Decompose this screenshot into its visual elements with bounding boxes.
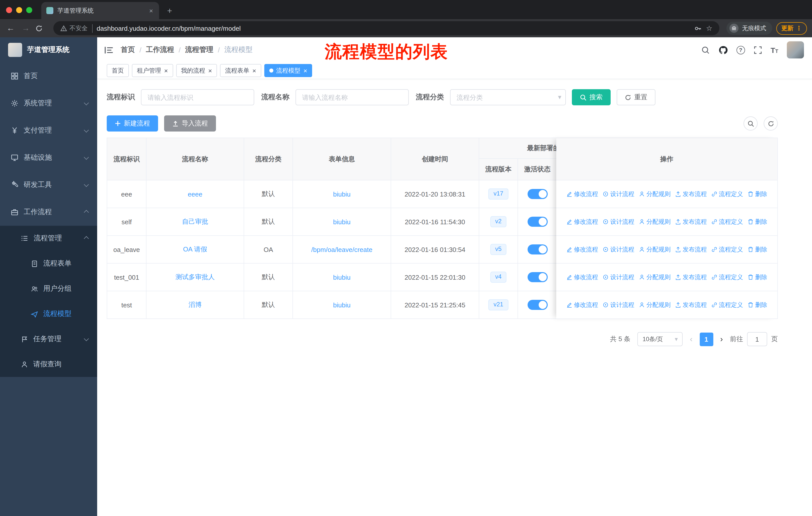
sidebar-item-process-model[interactable]: 流程模型 [0, 301, 97, 327]
status-toggle[interactable] [527, 300, 547, 310]
filter-name-input[interactable] [295, 89, 409, 105]
op-assign-rule[interactable]: 分配规则 [639, 245, 671, 254]
refresh-table-button[interactable] [764, 116, 778, 131]
breadcrumb-item[interactable]: 首页 [121, 45, 135, 54]
op-publish-process[interactable]: 发布流程 [675, 301, 707, 309]
security-chip[interactable]: 不安全 [60, 24, 93, 32]
sidebar-toggle[interactable] [104, 46, 114, 54]
form-info-link[interactable]: /bpm/oa/leave/create [311, 246, 373, 253]
tag-tenant[interactable]: 租户管理× [132, 64, 173, 77]
create-process-button[interactable]: 新建流程 [107, 115, 158, 132]
next-page-button[interactable]: › [720, 335, 723, 343]
process-name-link[interactable]: 自己审批 [182, 217, 208, 226]
op-delete[interactable]: 删除 [748, 245, 767, 254]
process-name-link[interactable]: 滔博 [188, 300, 202, 309]
op-design-process[interactable]: 设计流程 [603, 273, 634, 281]
op-delete[interactable]: 删除 [748, 273, 767, 281]
page-number-button[interactable]: 1 [699, 332, 713, 346]
process-name-link[interactable]: eeee [188, 190, 202, 198]
op-design-process[interactable]: 设计流程 [603, 301, 634, 309]
help-icon[interactable]: ? [736, 46, 745, 54]
page-size-select[interactable]: 10条/页 ▾ [638, 332, 683, 346]
op-publish-process[interactable]: 发布流程 [675, 217, 707, 226]
sidebar-item-payment[interactable]: 支付管理 [0, 117, 97, 144]
op-edit-process[interactable]: 修改流程 [566, 217, 598, 226]
op-delete[interactable]: 删除 [748, 190, 767, 198]
status-toggle[interactable] [527, 244, 547, 254]
import-process-button[interactable]: 导入流程 [164, 115, 216, 132]
tag-close-icon[interactable]: × [208, 67, 212, 74]
op-process-definition[interactable]: 流程定义 [711, 301, 743, 309]
op-process-definition[interactable]: 流程定义 [711, 217, 743, 226]
op-design-process[interactable]: 设计流程 [603, 190, 634, 198]
breadcrumb-item[interactable]: 流程管理 [185, 45, 213, 54]
toggle-search-button[interactable] [744, 116, 758, 131]
op-assign-rule[interactable]: 分配规则 [639, 190, 671, 198]
minimize-window-button[interactable] [16, 7, 22, 13]
address-bar[interactable]: 不安全 dashboard.yudao.iocoder.cn/bpm/manag… [53, 21, 719, 35]
op-assign-rule[interactable]: 分配规则 [639, 217, 671, 226]
op-process-definition[interactable]: 流程定义 [711, 245, 743, 254]
op-assign-rule[interactable]: 分配规则 [639, 301, 671, 309]
user-avatar[interactable] [787, 41, 804, 58]
op-assign-rule[interactable]: 分配规则 [639, 273, 671, 281]
sidebar-item-process-management[interactable]: 流程管理 [0, 226, 97, 251]
new-tab-button[interactable]: + [159, 6, 172, 19]
zoom-window-button[interactable] [26, 7, 32, 13]
tag-process-form[interactable]: 流程表单× [220, 64, 261, 77]
font-size-icon[interactable]: TT [771, 46, 778, 54]
form-info-link[interactable]: biubiu [333, 301, 350, 309]
form-info-link[interactable]: biubiu [333, 190, 350, 198]
search-button[interactable]: 搜索 [572, 89, 611, 105]
op-design-process[interactable]: 设计流程 [603, 245, 634, 254]
tab-close-icon[interactable]: × [148, 7, 154, 15]
sidebar-item-infrastructure[interactable]: 基础设施 [0, 144, 97, 171]
sidebar-item-task-management[interactable]: 任务管理 [0, 327, 97, 352]
sidebar-item-system[interactable]: 系统管理 [0, 90, 97, 117]
form-info-link[interactable]: biubiu [333, 273, 350, 281]
process-name-link[interactable]: 测试多审批人 [175, 273, 215, 282]
github-icon[interactable] [718, 45, 728, 55]
op-process-definition[interactable]: 流程定义 [711, 273, 743, 281]
op-edit-process[interactable]: 修改流程 [566, 190, 598, 198]
op-delete[interactable]: 删除 [748, 301, 767, 309]
sidebar-item-home[interactable]: 首页 [0, 62, 97, 90]
reset-button[interactable]: 重置 [617, 89, 656, 105]
form-info-link[interactable]: biubiu [333, 218, 350, 225]
search-icon[interactable] [701, 46, 709, 54]
op-process-definition[interactable]: 流程定义 [711, 190, 743, 198]
status-toggle[interactable] [527, 272, 547, 282]
forward-button[interactable]: → [20, 24, 31, 32]
process-name-link[interactable]: OA 请假 [183, 245, 207, 254]
tag-close-icon[interactable]: × [164, 67, 168, 74]
tag-my-process[interactable]: 我的流程× [176, 64, 217, 77]
op-publish-process[interactable]: 发布流程 [675, 190, 707, 198]
op-publish-process[interactable]: 发布流程 [675, 245, 707, 254]
tag-process-model[interactable]: 流程模型× [264, 64, 312, 77]
bookmark-star-icon[interactable]: ☆ [706, 24, 712, 32]
close-window-button[interactable] [6, 7, 12, 13]
prev-page-button[interactable]: ‹ [690, 335, 693, 343]
sidebar-item-process-form[interactable]: 流程表单 [0, 251, 97, 276]
password-key-icon[interactable] [694, 24, 702, 32]
filter-category-select[interactable]: ▾ [450, 89, 566, 105]
browser-tab[interactable]: 芋道管理系统 × [41, 2, 159, 19]
breadcrumb-item[interactable]: 工作流程 [146, 45, 174, 54]
update-button[interactable]: 更新 ⋮ [776, 22, 807, 34]
status-toggle[interactable] [527, 189, 547, 199]
tag-home[interactable]: 首页 [107, 64, 129, 77]
reload-button[interactable] [35, 24, 46, 32]
filter-id-input[interactable] [141, 89, 254, 105]
menu-dots-icon[interactable]: ⋮ [796, 25, 802, 32]
op-edit-process[interactable]: 修改流程 [566, 301, 598, 309]
op-edit-process[interactable]: 修改流程 [566, 273, 598, 281]
op-publish-process[interactable]: 发布流程 [675, 273, 707, 281]
op-delete[interactable]: 删除 [748, 217, 767, 226]
filter-category-input[interactable] [450, 89, 566, 105]
fullscreen-icon[interactable] [753, 46, 762, 54]
sidebar-item-devtools[interactable]: 研发工具 [0, 171, 97, 198]
sidebar-item-workflow[interactable]: 工作流程 [0, 198, 97, 226]
sidebar-item-user-group[interactable]: 用户分组 [0, 276, 97, 301]
op-design-process[interactable]: 设计流程 [603, 217, 634, 226]
back-button[interactable]: ← [5, 24, 16, 32]
